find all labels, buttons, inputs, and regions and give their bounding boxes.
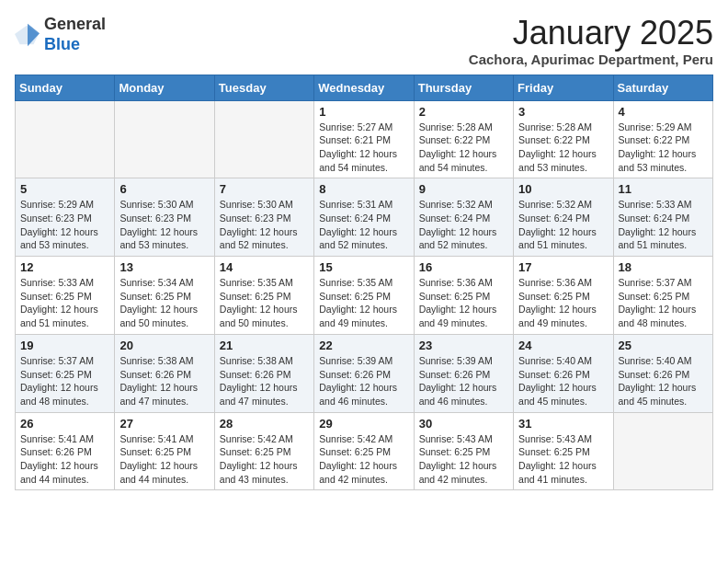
weekday-header-row: SundayMondayTuesdayWednesdayThursdayFrid…	[16, 75, 713, 100]
weekday-friday: Friday	[514, 75, 613, 100]
day-number: 30	[419, 417, 508, 431]
weekday-tuesday: Tuesday	[214, 75, 313, 100]
day-number: 24	[518, 339, 608, 352]
calendar-cell: 11Sunrise: 5:33 AM Sunset: 6:24 PM Dayli…	[613, 178, 712, 257]
day-number: 31	[518, 417, 608, 431]
day-number: 22	[319, 339, 408, 352]
calendar-cell: 29Sunrise: 5:42 AM Sunset: 6:25 PM Dayli…	[314, 412, 414, 490]
day-info: Sunrise: 5:29 AM Sunset: 6:22 PM Dayligh…	[619, 121, 708, 175]
day-info: Sunrise: 5:40 AM Sunset: 6:26 PM Dayligh…	[518, 354, 608, 408]
calendar-week-row: 19Sunrise: 5:37 AM Sunset: 6:25 PM Dayli…	[16, 334, 713, 412]
day-number: 29	[319, 417, 408, 431]
day-info: Sunrise: 5:29 AM Sunset: 6:23 PM Dayligh…	[20, 198, 109, 252]
calendar-cell	[16, 100, 115, 178]
day-number: 20	[119, 339, 209, 352]
day-info: Sunrise: 5:37 AM Sunset: 6:25 PM Dayligh…	[619, 276, 708, 330]
logo-general: General	[44, 15, 106, 33]
day-info: Sunrise: 5:27 AM Sunset: 6:21 PM Dayligh…	[319, 121, 408, 175]
calendar-cell: 1Sunrise: 5:27 AM Sunset: 6:21 PM Daylig…	[314, 100, 414, 178]
day-number: 3	[518, 105, 608, 119]
day-number: 15	[319, 260, 408, 274]
day-info: Sunrise: 5:31 AM Sunset: 6:24 PM Dayligh…	[319, 198, 408, 252]
day-info: Sunrise: 5:36 AM Sunset: 6:25 PM Dayligh…	[419, 276, 508, 330]
day-number: 16	[419, 260, 508, 274]
calendar-cell: 3Sunrise: 5:28 AM Sunset: 6:22 PM Daylig…	[514, 100, 613, 178]
calendar-cell: 14Sunrise: 5:35 AM Sunset: 6:25 PM Dayli…	[214, 257, 313, 335]
weekday-thursday: Thursday	[414, 75, 513, 100]
month-title: January 2025	[469, 15, 713, 52]
day-info: Sunrise: 5:30 AM Sunset: 6:23 PM Dayligh…	[119, 198, 209, 252]
day-info: Sunrise: 5:35 AM Sunset: 6:25 PM Dayligh…	[220, 276, 309, 330]
day-info: Sunrise: 5:40 AM Sunset: 6:26 PM Dayligh…	[619, 354, 708, 408]
logo: General Blue	[15, 15, 106, 54]
calendar-cell: 2Sunrise: 5:28 AM Sunset: 6:22 PM Daylig…	[414, 100, 513, 178]
subtitle: Cachora, Apurimac Department, Peru	[469, 52, 713, 67]
day-number: 14	[220, 260, 309, 274]
calendar-week-row: 1Sunrise: 5:27 AM Sunset: 6:21 PM Daylig…	[16, 100, 713, 178]
logo-blue: Blue	[44, 35, 80, 53]
calendar-cell	[214, 100, 313, 178]
weekday-sunday: Sunday	[16, 75, 115, 100]
day-number: 28	[220, 417, 309, 431]
weekday-saturday: Saturday	[613, 75, 712, 100]
calendar-cell: 12Sunrise: 5:33 AM Sunset: 6:25 PM Dayli…	[16, 257, 115, 335]
calendar-cell: 31Sunrise: 5:43 AM Sunset: 6:25 PM Dayli…	[514, 412, 613, 490]
calendar-cell: 17Sunrise: 5:36 AM Sunset: 6:25 PM Dayli…	[514, 257, 613, 335]
calendar: SundayMondayTuesdayWednesdayThursdayFrid…	[15, 75, 713, 491]
calendar-cell: 20Sunrise: 5:38 AM Sunset: 6:26 PM Dayli…	[115, 334, 214, 412]
day-info: Sunrise: 5:30 AM Sunset: 6:23 PM Dayligh…	[220, 198, 309, 252]
day-info: Sunrise: 5:35 AM Sunset: 6:25 PM Dayligh…	[319, 276, 408, 330]
day-number: 17	[518, 260, 608, 274]
day-number: 2	[419, 105, 508, 119]
title-block: January 2025 Cachora, Apurimac Departmen…	[469, 15, 713, 67]
day-info: Sunrise: 5:39 AM Sunset: 6:26 PM Dayligh…	[419, 354, 508, 408]
day-number: 1	[319, 105, 408, 119]
calendar-cell: 18Sunrise: 5:37 AM Sunset: 6:25 PM Dayli…	[613, 257, 712, 335]
day-number: 26	[20, 417, 109, 431]
calendar-cell: 22Sunrise: 5:39 AM Sunset: 6:26 PM Dayli…	[314, 334, 414, 412]
day-number: 10	[518, 182, 608, 196]
day-number: 4	[619, 105, 708, 119]
day-info: Sunrise: 5:42 AM Sunset: 6:25 PM Dayligh…	[220, 432, 309, 487]
day-info: Sunrise: 5:38 AM Sunset: 6:26 PM Dayligh…	[220, 354, 309, 408]
day-info: Sunrise: 5:28 AM Sunset: 6:22 PM Dayligh…	[419, 121, 508, 175]
calendar-cell: 26Sunrise: 5:41 AM Sunset: 6:26 PM Dayli…	[16, 412, 115, 490]
day-number: 21	[220, 339, 309, 352]
calendar-cell: 15Sunrise: 5:35 AM Sunset: 6:25 PM Dayli…	[314, 257, 414, 335]
day-info: Sunrise: 5:37 AM Sunset: 6:25 PM Dayligh…	[20, 354, 109, 408]
page-header: General Blue January 2025 Cachora, Apuri…	[15, 15, 713, 67]
day-number: 13	[119, 260, 209, 274]
calendar-cell: 19Sunrise: 5:37 AM Sunset: 6:25 PM Dayli…	[16, 334, 115, 412]
day-number: 9	[419, 182, 508, 196]
day-number: 5	[20, 182, 109, 196]
day-number: 23	[419, 339, 508, 352]
calendar-cell: 10Sunrise: 5:32 AM Sunset: 6:24 PM Dayli…	[514, 178, 613, 257]
day-number: 18	[619, 260, 708, 274]
day-number: 19	[20, 339, 109, 352]
calendar-cell: 25Sunrise: 5:40 AM Sunset: 6:26 PM Dayli…	[613, 334, 712, 412]
day-number: 25	[619, 339, 708, 352]
calendar-cell: 16Sunrise: 5:36 AM Sunset: 6:25 PM Dayli…	[414, 257, 513, 335]
day-info: Sunrise: 5:32 AM Sunset: 6:24 PM Dayligh…	[518, 198, 608, 252]
day-number: 7	[220, 182, 309, 196]
day-info: Sunrise: 5:43 AM Sunset: 6:25 PM Dayligh…	[518, 432, 608, 487]
calendar-week-row: 12Sunrise: 5:33 AM Sunset: 6:25 PM Dayli…	[16, 257, 713, 335]
day-info: Sunrise: 5:36 AM Sunset: 6:25 PM Dayligh…	[518, 276, 608, 330]
calendar-cell	[613, 412, 712, 490]
calendar-cell: 23Sunrise: 5:39 AM Sunset: 6:26 PM Dayli…	[414, 334, 513, 412]
day-number: 8	[319, 182, 408, 196]
calendar-week-row: 26Sunrise: 5:41 AM Sunset: 6:26 PM Dayli…	[16, 412, 713, 490]
calendar-week-row: 5Sunrise: 5:29 AM Sunset: 6:23 PM Daylig…	[16, 178, 713, 257]
calendar-cell: 21Sunrise: 5:38 AM Sunset: 6:26 PM Dayli…	[214, 334, 313, 412]
day-info: Sunrise: 5:33 AM Sunset: 6:24 PM Dayligh…	[619, 198, 708, 252]
weekday-monday: Monday	[115, 75, 214, 100]
day-number: 27	[119, 417, 209, 431]
day-info: Sunrise: 5:34 AM Sunset: 6:25 PM Dayligh…	[119, 276, 209, 330]
day-info: Sunrise: 5:42 AM Sunset: 6:25 PM Dayligh…	[319, 432, 408, 487]
calendar-cell: 8Sunrise: 5:31 AM Sunset: 6:24 PM Daylig…	[314, 178, 414, 257]
day-number: 12	[20, 260, 109, 274]
calendar-cell: 27Sunrise: 5:41 AM Sunset: 6:25 PM Dayli…	[115, 412, 214, 490]
day-info: Sunrise: 5:32 AM Sunset: 6:24 PM Dayligh…	[419, 198, 508, 252]
calendar-cell: 4Sunrise: 5:29 AM Sunset: 6:22 PM Daylig…	[613, 100, 712, 178]
day-info: Sunrise: 5:41 AM Sunset: 6:26 PM Dayligh…	[20, 432, 109, 487]
